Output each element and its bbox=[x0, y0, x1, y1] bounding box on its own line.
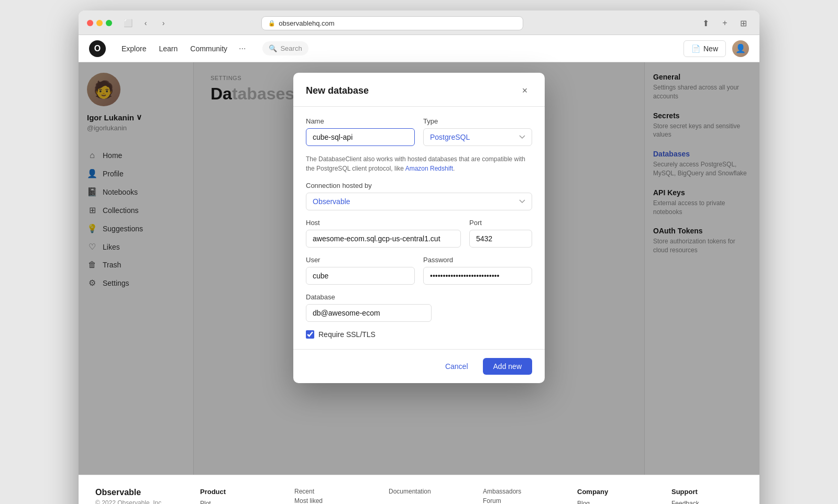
modal-overlay: New database × Name Type PostgreSQL bbox=[79, 62, 759, 475]
browser-actions: ⬆ + ⊞ bbox=[699, 16, 751, 30]
browser-window: ⬜ ‹ › 🔒 observablehq.com ⬆ + ⊞ O Explore… bbox=[79, 10, 759, 504]
footer-col-docs: Documentation bbox=[389, 488, 451, 504]
host-port-row: Host Port bbox=[306, 219, 532, 248]
helper-text-after: . bbox=[453, 165, 455, 172]
forward-button[interactable]: › bbox=[156, 16, 171, 30]
browser-chrome: ⬜ ‹ › 🔒 observablehq.com ⬆ + ⊞ bbox=[79, 10, 759, 35]
user-avatar[interactable]: 👤 bbox=[732, 40, 749, 57]
footer-col-community: Ambassadors Forum Events bbox=[483, 488, 546, 504]
footer-col-support-title: Support bbox=[671, 488, 734, 496]
footer-link-forum[interactable]: Forum bbox=[483, 497, 546, 504]
footer-col-product: Product Plot Templates Customer stories … bbox=[200, 488, 263, 504]
footer-col-support: Support Feedback Email us Terms Privacy bbox=[671, 488, 734, 504]
type-select[interactable]: PostgreSQL MySQL BigQuery Snowflake bbox=[423, 128, 532, 146]
host-group: Host bbox=[306, 219, 461, 248]
footer-link-ambassadors[interactable]: Ambassadors bbox=[483, 488, 546, 495]
user-input[interactable] bbox=[306, 267, 415, 285]
avatar-face: 👤 bbox=[732, 40, 749, 57]
connection-label: Connection hosted by bbox=[306, 182, 532, 189]
footer-copyright: © 2022 Observable, Inc. bbox=[95, 499, 169, 504]
helper-text: The DatabaseClient also works with hoste… bbox=[306, 154, 532, 173]
footer-col-explore: Recent Most liked bbox=[294, 488, 357, 504]
nav-links: Explore Learn Community ··· bbox=[116, 41, 250, 56]
address-bar-wrapper: 🔒 observablehq.com bbox=[261, 16, 523, 30]
new-tab-button[interactable]: + bbox=[718, 16, 732, 30]
host-input[interactable] bbox=[306, 230, 461, 248]
nav-community[interactable]: Community bbox=[185, 41, 233, 56]
port-input[interactable] bbox=[469, 230, 532, 248]
maximize-traffic-light[interactable] bbox=[106, 20, 112, 26]
nav-explore[interactable]: Explore bbox=[116, 41, 151, 56]
database-row: Database bbox=[306, 293, 532, 322]
name-type-row: Name Type PostgreSQL MySQL BigQuery Snow… bbox=[306, 117, 532, 146]
traffic-lights bbox=[87, 20, 112, 26]
search-placeholder: Search bbox=[280, 44, 302, 52]
port-label: Port bbox=[469, 219, 532, 227]
type-label: Type bbox=[423, 117, 532, 125]
nav-learn[interactable]: Learn bbox=[153, 41, 183, 56]
main-layout: 🧑 Igor Lukanin ∨ @igorlukanin ⌂ Home 👤 P… bbox=[79, 62, 759, 475]
app-logo: O bbox=[89, 40, 106, 57]
footer-link-blog[interactable]: Blog bbox=[577, 500, 640, 504]
minimize-traffic-light[interactable] bbox=[96, 20, 103, 26]
app-header: O Explore Learn Community ··· 🔍 Search 📄… bbox=[79, 35, 759, 62]
ssl-checkbox[interactable] bbox=[306, 330, 314, 339]
new-button[interactable]: 📄 New bbox=[683, 40, 726, 57]
search-bar[interactable]: 🔍 Search bbox=[262, 41, 308, 55]
database-group: Database bbox=[306, 293, 432, 322]
footer-col-company-title: Company bbox=[577, 488, 640, 496]
footer-link-plot[interactable]: Plot bbox=[200, 500, 263, 504]
database-input[interactable] bbox=[306, 304, 432, 322]
name-label: Name bbox=[306, 117, 415, 125]
footer-link-documentation[interactable]: Documentation bbox=[389, 488, 451, 495]
ssl-label[interactable]: Require SSL/TLS bbox=[318, 330, 376, 339]
footer-col-product-title: Product bbox=[200, 488, 263, 496]
name-group: Name bbox=[306, 117, 415, 146]
page-footer: Observable © 2022 Observable, Inc. ⊙ 🐦 P… bbox=[79, 475, 759, 504]
password-group: Password bbox=[423, 256, 532, 285]
user-password-row: User Password bbox=[306, 256, 532, 285]
nav-more[interactable]: ··· bbox=[235, 42, 250, 55]
user-label: User bbox=[306, 256, 415, 264]
host-label: Host bbox=[306, 219, 461, 227]
browser-controls: ⬜ ‹ › bbox=[120, 16, 171, 30]
footer-brand-name: Observable bbox=[95, 488, 169, 497]
amazon-redshift-link[interactable]: Amazon Redshift bbox=[405, 165, 453, 172]
address-bar[interactable]: 🔒 observablehq.com bbox=[261, 16, 523, 30]
back-button[interactable]: ‹ bbox=[138, 16, 153, 30]
user-group: User bbox=[306, 256, 415, 285]
cancel-button[interactable]: Cancel bbox=[436, 358, 478, 375]
type-group: Type PostgreSQL MySQL BigQuery Snowflake bbox=[423, 117, 532, 146]
new-label: New bbox=[703, 44, 718, 53]
footer-link-feedback[interactable]: Feedback bbox=[671, 500, 734, 504]
port-group: Port bbox=[469, 219, 532, 248]
url-text: observablehq.com bbox=[279, 19, 334, 27]
modal-title: New database bbox=[306, 85, 369, 96]
sidebar-toggle-button[interactable]: ⬜ bbox=[120, 16, 135, 30]
extensions-button[interactable]: ⊞ bbox=[736, 16, 751, 30]
footer-link-recent[interactable]: Recent bbox=[294, 488, 357, 495]
password-label: Password bbox=[423, 256, 532, 264]
database-label: Database bbox=[306, 293, 432, 301]
lock-icon: 🔒 bbox=[268, 20, 275, 27]
new-database-modal: New database × Name Type PostgreSQL bbox=[293, 73, 545, 383]
modal-close-button[interactable]: × bbox=[517, 83, 532, 98]
header-right: 📄 New 👤 bbox=[683, 40, 749, 57]
new-icon: 📄 bbox=[691, 44, 700, 53]
footer-link-most-liked[interactable]: Most liked bbox=[294, 497, 357, 504]
name-input[interactable] bbox=[306, 128, 415, 146]
password-input[interactable] bbox=[423, 267, 532, 285]
search-icon: 🔍 bbox=[269, 44, 277, 52]
modal-header: New database × bbox=[293, 73, 545, 107]
connection-select[interactable]: Observable Self-hosted bbox=[306, 193, 532, 210]
add-new-button[interactable]: Add new bbox=[483, 358, 532, 375]
share-button[interactable]: ⬆ bbox=[699, 16, 713, 30]
modal-body: Name Type PostgreSQL MySQL BigQuery Snow… bbox=[293, 107, 545, 349]
modal-footer: Cancel Add new bbox=[293, 349, 545, 383]
footer-brand: Observable © 2022 Observable, Inc. ⊙ 🐦 bbox=[95, 488, 169, 504]
footer-col-company: Company Blog About Jobs bbox=[577, 488, 640, 504]
connection-group: Connection hosted by Observable Self-hos… bbox=[306, 182, 532, 210]
close-traffic-light[interactable] bbox=[87, 20, 93, 26]
ssl-row: Require SSL/TLS bbox=[306, 330, 532, 339]
